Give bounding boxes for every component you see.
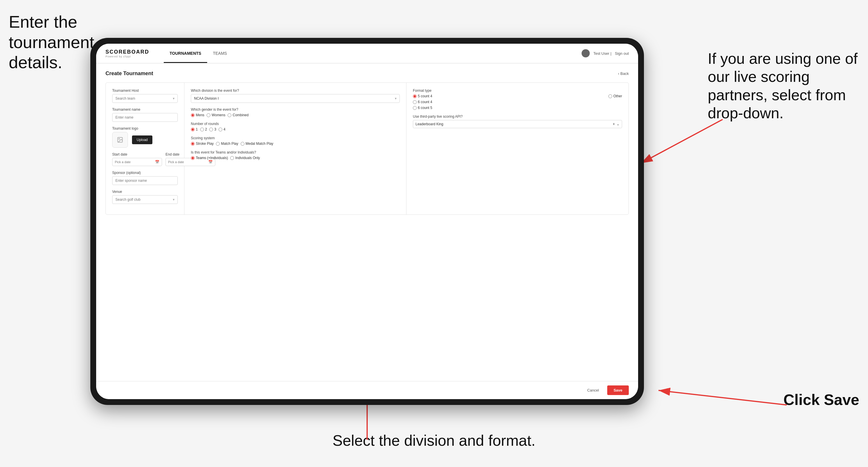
rounds-3-radio[interactable] <box>209 128 213 131</box>
division-label: Which division is the event for? <box>191 89 400 93</box>
scoring-stroke-label: Stroke Play <box>196 142 214 146</box>
rounds-3-label: 3 <box>214 127 216 131</box>
form-footer: Cancel Save <box>96 381 638 399</box>
rounds-3[interactable]: 3 <box>209 127 216 131</box>
event-individuals-label: Individuals Only <box>235 156 260 160</box>
app-logo: SCOREBOARD Powered by clippi <box>105 49 149 58</box>
scoring-label: Scoring system <box>191 136 400 140</box>
gender-womens[interactable]: Womens <box>207 113 225 117</box>
rounds-4[interactable]: 4 <box>219 127 225 131</box>
event-teams-radio[interactable] <box>191 156 195 160</box>
tournament-name-input[interactable] <box>112 113 178 122</box>
svg-line-4 <box>658 391 787 405</box>
gender-radio-group: Mens Womens Combined <box>191 113 400 117</box>
rounds-2-radio[interactable] <box>200 128 204 131</box>
format-type-group: Format type 5 count 4 <box>413 89 622 110</box>
format-type-label: Format type <box>413 89 622 93</box>
format-5count4[interactable]: 5 count 4 <box>413 94 432 98</box>
venue-group: Venue ▾ <box>112 190 178 204</box>
division-input[interactable] <box>194 96 395 100</box>
scoring-group: Scoring system Stroke Play Match Play <box>191 136 400 146</box>
tournament-host-field[interactable]: ▾ <box>112 94 178 103</box>
format-6count5-radio[interactable] <box>413 106 417 110</box>
format-row-2: 6 count 4 <box>413 100 622 104</box>
scoring-match[interactable]: Match Play <box>216 142 238 146</box>
gender-combined-radio[interactable] <box>227 113 231 117</box>
logo-upload-area: Upload <box>112 132 178 148</box>
svg-line-2 <box>641 119 723 163</box>
event-type-radio-group: Teams (+Individuals) Individuals Only <box>191 156 400 160</box>
start-date-input-wrap[interactable]: 📅 <box>112 158 162 166</box>
tournament-name-label: Tournament name <box>112 107 178 112</box>
live-scoring-dropdown[interactable]: Leaderboard King × ⌄ <box>413 120 622 128</box>
rounds-4-radio[interactable] <box>219 128 222 131</box>
clear-icon[interactable]: × <box>613 122 615 126</box>
venue-input[interactable] <box>115 197 173 201</box>
sponsor-input[interactable] <box>112 176 178 185</box>
event-teams[interactable]: Teams (+Individuals) <box>191 156 228 160</box>
annotation-click-save: Click Save <box>783 391 859 409</box>
form-col-division: Which division is the event for? ▾ Which… <box>184 83 406 214</box>
rounds-label: Number of rounds <box>191 122 400 126</box>
rounds-2-label: 2 <box>205 127 207 131</box>
signout-link[interactable]: Sign out <box>615 51 629 56</box>
nav-item-teams[interactable]: TEAMS <box>207 44 233 63</box>
tablet-device: SCOREBOARD Powered by clippi TOURNAMENTS… <box>90 38 644 405</box>
gender-womens-radio[interactable] <box>207 113 210 117</box>
back-button[interactable]: Back <box>618 71 629 76</box>
division-dropdown[interactable]: ▾ <box>191 94 400 103</box>
gender-combined-label: Combined <box>232 113 249 117</box>
scoring-stroke[interactable]: Stroke Play <box>191 142 214 146</box>
format-other-label: Other <box>613 94 622 98</box>
gender-combined[interactable]: Combined <box>227 113 249 117</box>
sponsor-label: Sponsor (optional) <box>112 171 178 175</box>
tournament-logo-group: Tournament logo Upload <box>112 126 178 148</box>
rounds-1[interactable]: 1 <box>191 127 198 131</box>
format-row-1: 5 count 4 <box>413 94 432 98</box>
format-6count4-radio[interactable] <box>413 100 417 104</box>
scoring-stroke-radio[interactable] <box>191 142 195 146</box>
scoring-match-radio[interactable] <box>216 142 220 146</box>
tournament-host-label: Tournament Host <box>112 89 178 93</box>
scoring-medal-match-label: Medal Match Play <box>246 142 273 146</box>
format-6count5[interactable]: 6 count 5 <box>413 106 432 110</box>
start-date-field: Start date 📅 <box>112 152 162 166</box>
live-scoring-value: Leaderboard King <box>415 122 443 126</box>
search-team-input[interactable] <box>115 96 173 100</box>
upload-button[interactable]: Upload <box>132 135 152 144</box>
page-header: Create Tournament Back <box>105 70 629 76</box>
expand-icon[interactable]: ⌄ <box>617 122 619 126</box>
app-container: SCOREBOARD Powered by clippi TOURNAMENTS… <box>96 44 638 399</box>
format-6count4-label: 6 count 4 <box>418 100 432 104</box>
event-type-group: Is this event for Teams and/or Individua… <box>191 150 400 160</box>
gender-mens[interactable]: Mens <box>191 113 204 117</box>
event-teams-label: Teams (+Individuals) <box>196 156 228 160</box>
gender-womens-label: Womens <box>212 113 225 117</box>
tablet-screen: SCOREBOARD Powered by clippi TOURNAMENTS… <box>96 44 638 399</box>
logo-subtitle: Powered by clippi <box>105 55 149 58</box>
cancel-button[interactable]: Cancel <box>583 386 603 395</box>
venue-field[interactable]: ▾ <box>112 195 178 204</box>
rounds-1-label: 1 <box>196 127 198 131</box>
start-date-input[interactable] <box>115 160 155 164</box>
event-individuals[interactable]: Individuals Only <box>230 156 260 160</box>
event-individuals-radio[interactable] <box>230 156 234 160</box>
format-other-radio[interactable] <box>609 94 612 98</box>
annotation-enter-details: Enter the tournament details. <box>9 12 94 72</box>
format-6count4[interactable]: 6 count 4 <box>413 100 432 104</box>
form-col-basics: Tournament Host ▾ Tournament name Tourna <box>106 83 184 214</box>
rounds-1-radio[interactable] <box>191 128 195 131</box>
user-label: Test User | <box>593 51 611 56</box>
scoring-medal-match[interactable]: Medal Match Play <box>241 142 273 146</box>
nav-item-tournaments[interactable]: TOURNAMENTS <box>164 44 207 63</box>
format-5count4-radio[interactable] <box>413 94 417 98</box>
format-other[interactable]: Other <box>609 94 622 98</box>
gender-mens-radio[interactable] <box>191 113 195 117</box>
scoring-match-label: Match Play <box>221 142 238 146</box>
form-col-format: Format type 5 count 4 <box>406 83 628 214</box>
save-button[interactable]: Save <box>607 385 629 395</box>
page-title: Create Tournament <box>105 70 153 76</box>
rounds-2[interactable]: 2 <box>200 127 207 131</box>
format-6count5-label: 6 count 5 <box>418 106 432 110</box>
scoring-medal-match-radio[interactable] <box>241 142 244 146</box>
